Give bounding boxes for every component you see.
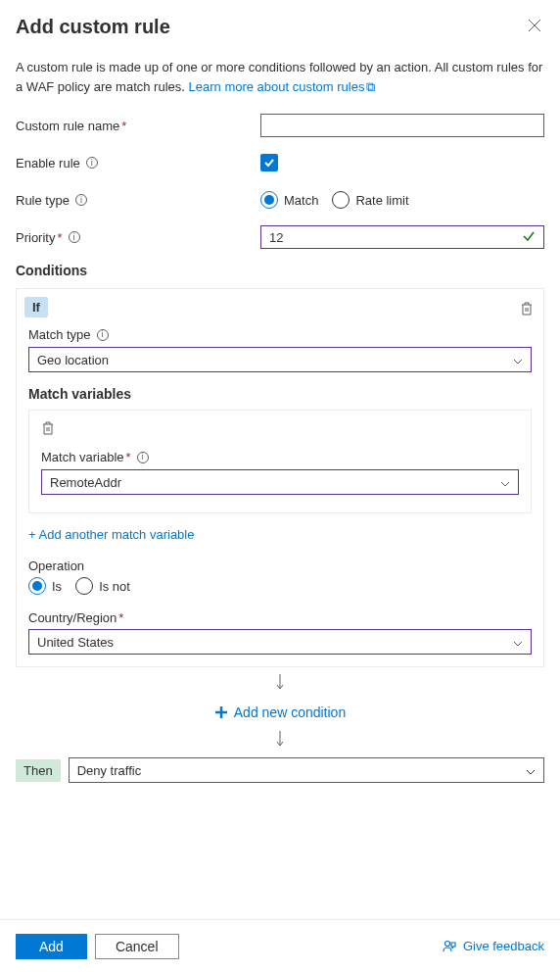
valid-check-icon [522,229,536,246]
required-indicator: * [126,450,131,464]
chevron-down-icon [513,353,523,367]
feedback-icon [442,939,457,954]
feedback-label: Give feedback [463,939,544,953]
match-type-value: Geo location [37,353,109,367]
learn-more-link[interactable]: Learn more about custom rules⧉ [189,79,376,94]
action-value: Deny traffic [77,763,142,778]
operation-isnot-radio[interactable]: Is not [75,577,130,595]
match-variables-heading: Match variables [28,386,532,402]
required-indicator: * [118,610,123,625]
chevron-down-icon [500,475,510,490]
close-icon [528,19,541,32]
give-feedback-link[interactable]: Give feedback [442,939,544,954]
svg-point-0 [444,941,449,946]
info-icon[interactable]: i [75,194,87,206]
priority-input[interactable]: 12 [260,225,544,249]
info-icon[interactable]: i [137,452,149,463]
chevron-down-icon [513,635,523,650]
delete-condition-button[interactable] [520,301,534,315]
priority-value: 12 [269,230,283,245]
country-region-label: Country/Region [28,610,117,625]
close-button[interactable] [525,16,544,35]
custom-rule-name-input[interactable] [260,114,544,137]
intro-text: A custom rule is made up of one or more … [16,58,544,96]
operation-label: Operation [28,559,532,573]
operation-radio-group: Is Is not [28,577,532,595]
info-icon[interactable]: i [69,231,80,243]
add-condition-label: Add new condition [234,705,346,720]
match-variable-dropdown[interactable]: RemoteAddr [41,469,519,495]
info-icon[interactable]: i [97,329,109,341]
rule-type-match-radio[interactable]: Match [260,191,318,209]
match-type-label: Match type [28,327,91,342]
flow-arrow-icon [16,667,544,701]
operation-isnot-label: Is not [99,579,130,594]
add-match-variable-link[interactable]: + Add another match variable [28,527,194,542]
if-badge: If [24,297,48,317]
match-variable-value: RemoteAddr [50,475,121,490]
required-indicator: * [57,230,62,245]
rule-type-rate-label: Rate limit [355,193,408,208]
cancel-button[interactable]: Cancel [95,934,179,959]
match-variable-label: Match variable [41,450,124,464]
plus-icon [214,705,228,719]
add-condition-button[interactable]: Add new condition [16,701,544,724]
chevron-down-icon [526,763,536,778]
conditions-heading: Conditions [16,263,544,278]
flow-arrow-icon [16,724,544,757]
rule-type-label: Rule type [16,193,70,208]
match-variables-box: Match variable * i RemoteAddr [28,410,532,513]
conditions-container: If Match type i Geo location Match varia… [16,288,544,667]
rule-type-rate-radio[interactable]: Rate limit [332,191,408,209]
info-icon[interactable]: i [86,157,98,169]
custom-rule-name-label: Custom rule name [16,119,119,133]
rule-type-match-label: Match [284,193,318,208]
enable-rule-label: Enable rule [16,156,80,170]
match-type-dropdown[interactable]: Geo location [28,347,532,372]
delete-variable-button[interactable] [41,422,55,439]
check-icon [263,157,275,169]
country-region-dropdown[interactable]: United States [28,629,532,655]
priority-label: Priority [16,230,55,245]
external-link-icon: ⧉ [366,79,375,94]
add-button[interactable]: Add [16,934,87,959]
action-dropdown[interactable]: Deny traffic [69,757,544,783]
panel-title: Add custom rule [16,16,170,38]
rule-type-radio-group: Match Rate limit [260,191,409,209]
operation-is-radio[interactable]: Is [28,577,62,595]
required-indicator: * [121,119,126,133]
footer: Add Cancel Give feedback [0,919,560,972]
country-region-value: United States [37,635,114,650]
then-badge: Then [16,759,61,782]
operation-is-label: Is [52,579,62,594]
enable-rule-checkbox[interactable] [260,154,278,171]
